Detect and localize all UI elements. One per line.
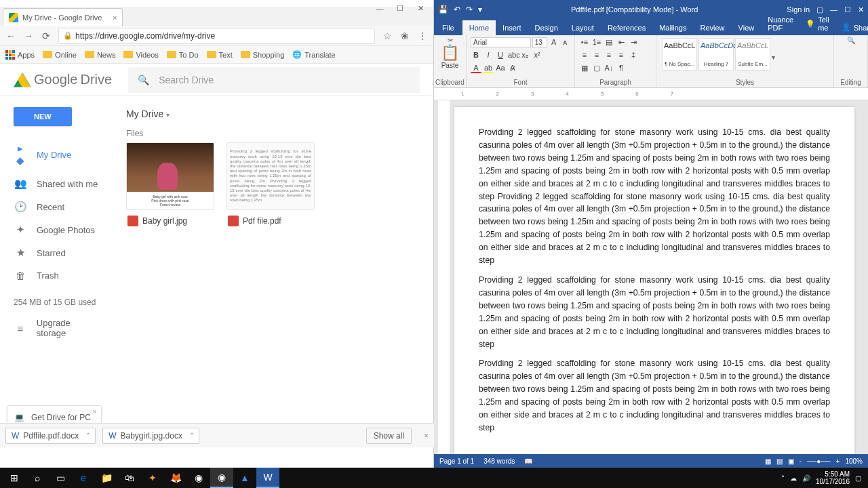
maximize-icon[interactable]: ☐ bbox=[844, 5, 851, 14]
web-layout-icon[interactable]: ▣ bbox=[788, 458, 794, 465]
grow-font-icon[interactable]: A bbox=[549, 37, 559, 47]
chevron-up-icon[interactable]: ⌃ bbox=[85, 432, 91, 439]
tab-design[interactable]: Design bbox=[528, 20, 565, 35]
read-mode-icon[interactable]: ▦ bbox=[765, 458, 771, 465]
vertical-ruler[interactable] bbox=[438, 100, 450, 454]
styles-more-icon[interactable]: ▾ bbox=[772, 54, 775, 61]
forward-icon[interactable]: → bbox=[23, 30, 34, 41]
browser-tab[interactable]: My Drive - Google Drive × bbox=[3, 8, 123, 26]
reload-icon[interactable]: ⟳ bbox=[41, 30, 52, 41]
bookmark-folder[interactable]: Shopping bbox=[241, 51, 285, 59]
word-count[interactable]: 348 words bbox=[484, 458, 515, 465]
align-right-icon[interactable]: ≡ bbox=[604, 49, 614, 60]
page-status[interactable]: Page 1 of 1 bbox=[439, 458, 474, 465]
align-left-icon[interactable]: ≡ bbox=[579, 49, 590, 60]
minimize-icon[interactable]: — bbox=[370, 1, 390, 15]
bookmark-folder[interactable]: Videos bbox=[123, 51, 158, 59]
chevron-up-icon[interactable]: ⌃ bbox=[189, 432, 195, 439]
paste-icon[interactable]: 📋 bbox=[441, 44, 459, 61]
text-color-icon[interactable]: A bbox=[471, 62, 481, 73]
zoom-out-icon[interactable]: - bbox=[800, 458, 802, 465]
tab-nuance[interactable]: Nuance PDF bbox=[761, 12, 800, 35]
tab-mailings[interactable]: Mailings bbox=[652, 20, 693, 35]
sidebar-item-upgrade[interactable]: ≡Upgrade storage bbox=[0, 312, 115, 344]
style-option[interactable]: AaBbCcLSubtle Em... bbox=[735, 38, 770, 70]
maximize-icon[interactable]: ☐ bbox=[390, 1, 410, 15]
shrink-font-icon[interactable]: ᴀ bbox=[560, 37, 570, 47]
multilevel-icon[interactable]: ▤ bbox=[604, 37, 614, 47]
font-size-select[interactable]: 13 bbox=[532, 37, 548, 47]
bookmark-folder[interactable]: To Do bbox=[167, 51, 199, 59]
tray-up-icon[interactable]: ˄ bbox=[781, 474, 785, 482]
star-icon[interactable]: ☆ bbox=[382, 30, 393, 41]
back-icon[interactable]: ← bbox=[5, 30, 16, 41]
italic-button[interactable]: I bbox=[483, 49, 494, 60]
print-layout-icon[interactable]: ▤ bbox=[776, 458, 783, 465]
paste-button[interactable]: Paste bbox=[441, 62, 459, 69]
edge-icon[interactable]: e bbox=[72, 468, 95, 488]
horizontal-ruler[interactable]: 1234567 bbox=[434, 88, 868, 100]
close-icon[interactable]: × bbox=[424, 431, 429, 441]
redo-icon[interactable]: ↷ bbox=[466, 5, 473, 14]
line-spacing-icon[interactable]: ‡ bbox=[628, 49, 639, 60]
clear-format-icon[interactable]: A̷ bbox=[507, 62, 518, 73]
onedrive-icon[interactable]: ☁ bbox=[790, 474, 797, 482]
justify-icon[interactable]: ≡ bbox=[616, 49, 627, 60]
style-option[interactable]: AaBbCcL¶ No Spac... bbox=[662, 38, 697, 70]
zoom-in-icon[interactable]: + bbox=[836, 458, 840, 465]
store-icon[interactable]: 🛍 bbox=[118, 468, 141, 488]
bookmark-translate[interactable]: 🌐Translate bbox=[292, 50, 335, 59]
close-icon[interactable]: ✕ bbox=[410, 1, 431, 15]
cut-icon[interactable]: ✂ bbox=[448, 37, 453, 44]
start-button[interactable]: ⊞ bbox=[3, 468, 26, 488]
file-item[interactable]: Providing 2 legged scaffolding for stone… bbox=[226, 142, 315, 232]
new-button[interactable]: NEW bbox=[14, 107, 72, 126]
style-option[interactable]: AaBbCcDcHeading 7 bbox=[698, 38, 734, 70]
shading-icon[interactable]: ▦ bbox=[579, 62, 590, 73]
strike-button[interactable]: abc bbox=[507, 49, 518, 60]
bookmark-folder[interactable]: Online bbox=[43, 51, 77, 59]
url-input[interactable]: 🔒 https://drive.google.com/drive/my-driv… bbox=[58, 28, 375, 44]
save-icon[interactable]: 💾 bbox=[438, 5, 448, 14]
borders-icon[interactable]: ▢ bbox=[591, 62, 602, 73]
bullets-icon[interactable]: •≡ bbox=[579, 37, 590, 47]
sidebar-item-starred[interactable]: ★Starred bbox=[0, 241, 115, 264]
bookmark-folder[interactable]: Text bbox=[207, 51, 233, 59]
clock[interactable]: 5:50 AM 10/17/2016 bbox=[816, 470, 850, 485]
task-view-icon[interactable]: ▭ bbox=[49, 468, 72, 488]
tab-home[interactable]: Home bbox=[462, 20, 496, 35]
underline-button[interactable]: U bbox=[495, 49, 506, 60]
menu-icon[interactable]: ⋮ bbox=[417, 30, 428, 41]
zoom-level[interactable]: 100% bbox=[845, 458, 863, 465]
extension-icon[interactable]: ❀ bbox=[399, 30, 410, 41]
volume-icon[interactable]: 🔊 bbox=[802, 474, 810, 482]
document-page[interactable]: Providing 2 legged scaffolding for stone… bbox=[454, 107, 854, 454]
share-button[interactable]: 👤Share bbox=[835, 20, 868, 35]
show-all-button[interactable]: Show all bbox=[366, 428, 412, 444]
download-item[interactable]: WPdffile.pdf.docx⌃ bbox=[5, 428, 96, 444]
subscript-button[interactable]: x₂ bbox=[519, 49, 530, 60]
explorer-icon[interactable]: 📁 bbox=[95, 468, 118, 488]
tab-file[interactable]: File bbox=[434, 20, 462, 35]
word-icon[interactable]: W bbox=[256, 468, 279, 488]
close-icon[interactable]: ✕ bbox=[858, 5, 864, 14]
show-marks-icon[interactable]: ¶ bbox=[616, 62, 627, 73]
search-icon[interactable]: ⌕ bbox=[26, 468, 49, 488]
firefox-icon[interactable]: 🦊 bbox=[164, 468, 187, 488]
sidebar-item-photos[interactable]: ✦Google Photos bbox=[0, 218, 115, 241]
increase-indent-icon[interactable]: ⇥ bbox=[628, 37, 639, 47]
highlight-icon[interactable]: ab bbox=[483, 62, 494, 73]
sidebar-item-mydrive[interactable]: ▸ ◆My Drive bbox=[0, 137, 115, 172]
close-icon[interactable]: × bbox=[93, 407, 97, 415]
bookmark-folder[interactable]: News bbox=[85, 51, 116, 59]
change-case-icon[interactable]: Aa bbox=[495, 62, 506, 73]
superscript-button[interactable]: x² bbox=[532, 49, 542, 60]
notifications-icon[interactable]: ▢ bbox=[855, 474, 861, 482]
tab-view[interactable]: View bbox=[732, 20, 762, 35]
tab-close-icon[interactable]: × bbox=[113, 14, 117, 22]
font-name-select[interactable]: Arial bbox=[471, 37, 531, 47]
sidebar-item-recent[interactable]: 🕑Recent bbox=[0, 195, 115, 218]
bold-button[interactable]: B bbox=[471, 49, 481, 60]
download-item[interactable]: WBabygirl.jpg.docx⌃ bbox=[102, 428, 199, 444]
drive-logo[interactable]: Google Drive bbox=[14, 72, 112, 87]
